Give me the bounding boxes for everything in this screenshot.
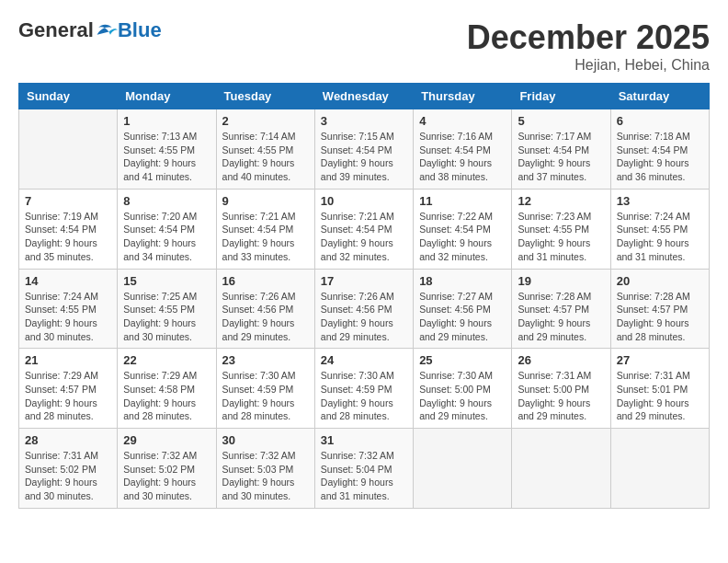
day-info: Sunrise: 7:29 AMSunset: 4:57 PMDaylight:…	[25, 369, 111, 423]
calendar-cell: 23Sunrise: 7:30 AMSunset: 4:59 PMDayligh…	[216, 349, 314, 429]
calendar-cell: 19Sunrise: 7:28 AMSunset: 4:57 PMDayligh…	[512, 269, 610, 349]
calendar-cell: 4Sunrise: 7:16 AMSunset: 4:54 PMDaylight…	[414, 109, 512, 190]
calendar-cell: 15Sunrise: 7:25 AMSunset: 4:55 PMDayligh…	[118, 269, 216, 349]
calendar-cell: 17Sunrise: 7:26 AMSunset: 4:56 PMDayligh…	[314, 269, 413, 349]
day-number: 28	[25, 433, 111, 447]
calendar-cell: 3Sunrise: 7:15 AMSunset: 4:54 PMDaylight…	[314, 109, 413, 190]
calendar-cell: 31Sunrise: 7:32 AMSunset: 5:04 PMDayligh…	[314, 429, 413, 509]
calendar-cell: 5Sunrise: 7:17 AMSunset: 4:54 PMDaylight…	[512, 109, 610, 190]
page-header: General Blue December 2025 Hejian, Hebei…	[18, 18, 710, 74]
weekday-header-friday: Friday	[512, 84, 610, 109]
day-info: Sunrise: 7:21 AMSunset: 4:54 PMDaylight:…	[222, 210, 309, 264]
day-info: Sunrise: 7:30 AMSunset: 4:59 PMDaylight:…	[321, 369, 407, 423]
calendar-cell: 16Sunrise: 7:26 AMSunset: 4:56 PMDayligh…	[216, 269, 314, 349]
day-number: 23	[222, 353, 309, 367]
weekday-header-row: SundayMondayTuesdayWednesdayThursdayFrid…	[19, 84, 710, 109]
calendar-cell: 22Sunrise: 7:29 AMSunset: 4:58 PMDayligh…	[118, 349, 216, 429]
weekday-header-wednesday: Wednesday	[314, 84, 413, 109]
calendar-cell: 30Sunrise: 7:32 AMSunset: 5:03 PMDayligh…	[216, 429, 314, 509]
calendar-cell: 18Sunrise: 7:27 AMSunset: 4:56 PMDayligh…	[414, 269, 512, 349]
logo-general-text: General	[18, 18, 94, 42]
day-info: Sunrise: 7:17 AMSunset: 4:54 PMDaylight:…	[518, 130, 604, 184]
day-info: Sunrise: 7:19 AMSunset: 4:54 PMDaylight:…	[25, 210, 111, 264]
day-info: Sunrise: 7:24 AMSunset: 4:55 PMDaylight:…	[25, 290, 111, 344]
calendar-cell: 28Sunrise: 7:31 AMSunset: 5:02 PMDayligh…	[19, 429, 118, 509]
calendar-cell: 29Sunrise: 7:32 AMSunset: 5:02 PMDayligh…	[118, 429, 216, 509]
day-number: 12	[518, 194, 604, 208]
day-info: Sunrise: 7:26 AMSunset: 4:56 PMDaylight:…	[321, 290, 407, 344]
calendar-cell: 1Sunrise: 7:13 AMSunset: 4:55 PMDaylight…	[118, 109, 216, 190]
weekday-header-sunday: Sunday	[19, 84, 118, 109]
day-info: Sunrise: 7:31 AMSunset: 5:02 PMDaylight:…	[25, 449, 111, 503]
title-block: December 2025 Hejian, Hebei, China	[467, 18, 710, 74]
calendar-header: SundayMondayTuesdayWednesdayThursdayFrid…	[19, 84, 710, 109]
location-text: Hejian, Hebei, China	[467, 57, 710, 74]
day-info: Sunrise: 7:31 AMSunset: 5:00 PMDaylight:…	[518, 369, 604, 423]
day-info: Sunrise: 7:32 AMSunset: 5:02 PMDaylight:…	[123, 449, 210, 503]
day-info: Sunrise: 7:20 AMSunset: 4:54 PMDaylight:…	[123, 210, 210, 264]
calendar-cell: 25Sunrise: 7:30 AMSunset: 5:00 PMDayligh…	[414, 349, 512, 429]
logo: General Blue	[18, 18, 162, 42]
day-number: 9	[222, 194, 309, 208]
day-info: Sunrise: 7:23 AMSunset: 4:55 PMDaylight:…	[518, 210, 604, 264]
day-info: Sunrise: 7:28 AMSunset: 4:57 PMDaylight:…	[617, 290, 703, 344]
calendar-cell: 8Sunrise: 7:20 AMSunset: 4:54 PMDaylight…	[118, 189, 216, 269]
calendar-cell: 14Sunrise: 7:24 AMSunset: 4:55 PMDayligh…	[19, 269, 118, 349]
day-info: Sunrise: 7:14 AMSunset: 4:55 PMDaylight:…	[222, 130, 309, 184]
calendar-cell: 13Sunrise: 7:24 AMSunset: 4:55 PMDayligh…	[610, 189, 709, 269]
day-info: Sunrise: 7:30 AMSunset: 4:59 PMDaylight:…	[222, 369, 309, 423]
day-info: Sunrise: 7:32 AMSunset: 5:04 PMDaylight:…	[321, 449, 407, 503]
calendar-cell: 12Sunrise: 7:23 AMSunset: 4:55 PMDayligh…	[512, 189, 610, 269]
weekday-header-saturday: Saturday	[610, 84, 709, 109]
weekday-header-tuesday: Tuesday	[216, 84, 314, 109]
day-info: Sunrise: 7:28 AMSunset: 4:57 PMDaylight:…	[518, 290, 604, 344]
weekday-header-monday: Monday	[118, 84, 216, 109]
calendar-body: 1Sunrise: 7:13 AMSunset: 4:55 PMDaylight…	[19, 109, 710, 509]
day-number: 6	[617, 114, 703, 128]
day-number: 5	[518, 114, 604, 128]
day-number: 16	[222, 274, 309, 288]
day-number: 10	[321, 194, 407, 208]
day-info: Sunrise: 7:32 AMSunset: 5:03 PMDaylight:…	[222, 449, 309, 503]
calendar-cell: 6Sunrise: 7:18 AMSunset: 4:54 PMDaylight…	[610, 109, 709, 190]
day-info: Sunrise: 7:13 AMSunset: 4:55 PMDaylight:…	[123, 130, 210, 184]
calendar-cell: 11Sunrise: 7:22 AMSunset: 4:54 PMDayligh…	[414, 189, 512, 269]
calendar-cell: 2Sunrise: 7:14 AMSunset: 4:55 PMDaylight…	[216, 109, 314, 190]
day-number: 25	[419, 353, 506, 367]
day-number: 8	[123, 194, 210, 208]
calendar-cell	[610, 429, 709, 509]
calendar-cell: 10Sunrise: 7:21 AMSunset: 4:54 PMDayligh…	[314, 189, 413, 269]
day-number: 7	[25, 194, 111, 208]
day-info: Sunrise: 7:24 AMSunset: 4:55 PMDaylight:…	[617, 210, 703, 264]
calendar-week-4: 21Sunrise: 7:29 AMSunset: 4:57 PMDayligh…	[19, 349, 710, 429]
day-info: Sunrise: 7:25 AMSunset: 4:55 PMDaylight:…	[123, 290, 210, 344]
day-number: 22	[123, 353, 210, 367]
calendar-cell: 7Sunrise: 7:19 AMSunset: 4:54 PMDaylight…	[19, 189, 118, 269]
weekday-header-thursday: Thursday	[414, 84, 512, 109]
day-number: 31	[321, 433, 407, 447]
day-info: Sunrise: 7:27 AMSunset: 4:56 PMDaylight:…	[419, 290, 506, 344]
day-info: Sunrise: 7:15 AMSunset: 4:54 PMDaylight:…	[321, 130, 407, 184]
day-number: 13	[617, 194, 703, 208]
day-number: 3	[321, 114, 407, 128]
day-info: Sunrise: 7:29 AMSunset: 4:58 PMDaylight:…	[123, 369, 210, 423]
day-number: 1	[123, 114, 210, 128]
calendar-cell	[19, 109, 118, 190]
day-info: Sunrise: 7:26 AMSunset: 4:56 PMDaylight:…	[222, 290, 309, 344]
day-number: 29	[123, 433, 210, 447]
day-number: 19	[518, 274, 604, 288]
day-info: Sunrise: 7:22 AMSunset: 4:54 PMDaylight:…	[419, 210, 506, 264]
day-number: 14	[25, 274, 111, 288]
calendar-week-3: 14Sunrise: 7:24 AMSunset: 4:55 PMDayligh…	[19, 269, 710, 349]
calendar-week-2: 7Sunrise: 7:19 AMSunset: 4:54 PMDaylight…	[19, 189, 710, 269]
calendar-table: SundayMondayTuesdayWednesdayThursdayFrid…	[18, 83, 710, 509]
day-number: 15	[123, 274, 210, 288]
logo-blue-text: Blue	[118, 18, 162, 42]
day-number: 26	[518, 353, 604, 367]
calendar-cell: 21Sunrise: 7:29 AMSunset: 4:57 PMDayligh…	[19, 349, 118, 429]
day-number: 21	[25, 353, 111, 367]
day-number: 18	[419, 274, 506, 288]
day-info: Sunrise: 7:30 AMSunset: 5:00 PMDaylight:…	[419, 369, 506, 423]
day-info: Sunrise: 7:16 AMSunset: 4:54 PMDaylight:…	[419, 130, 506, 184]
calendar-cell: 24Sunrise: 7:30 AMSunset: 4:59 PMDayligh…	[314, 349, 413, 429]
